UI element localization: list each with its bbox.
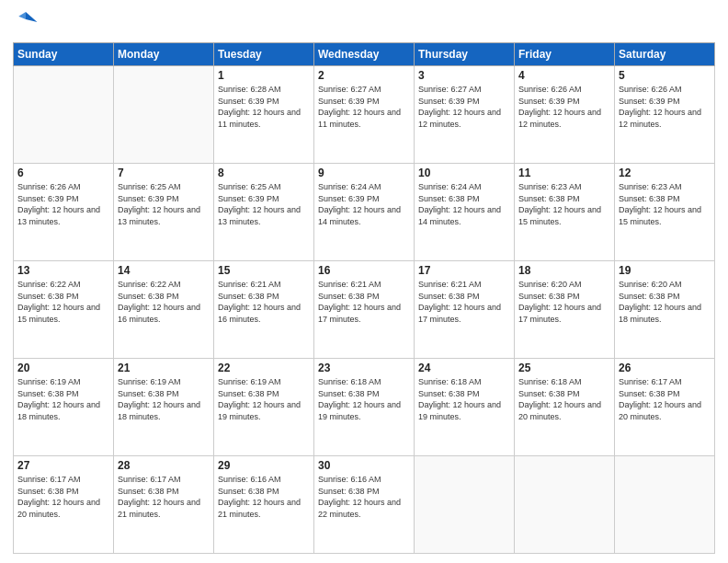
dow-header: Friday [515, 43, 615, 66]
page: SundayMondayTuesdayWednesdayThursdayFrid… [0, 0, 728, 563]
logo-icon [13, 9, 39, 35]
calendar-week-row: 20Sunrise: 6:19 AM Sunset: 6:38 PM Dayli… [14, 359, 715, 456]
day-info: Sunrise: 6:21 AM Sunset: 6:38 PM Dayligh… [318, 279, 410, 325]
calendar-cell: 25Sunrise: 6:18 AM Sunset: 6:38 PM Dayli… [515, 359, 615, 456]
calendar-cell: 28Sunrise: 6:17 AM Sunset: 6:38 PM Dayli… [114, 456, 214, 554]
day-number: 7 [118, 167, 210, 179]
day-number: 6 [17, 167, 109, 179]
day-number: 12 [619, 167, 711, 179]
svg-marker-1 [18, 12, 26, 19]
header [13, 9, 715, 35]
calendar-cell: 30Sunrise: 6:16 AM Sunset: 6:38 PM Dayli… [314, 456, 415, 554]
day-info: Sunrise: 6:22 AM Sunset: 6:38 PM Dayligh… [17, 279, 109, 325]
day-number: 29 [218, 459, 310, 472]
calendar-cell: 19Sunrise: 6:20 AM Sunset: 6:38 PM Dayli… [615, 261, 715, 359]
calendar-cell: 17Sunrise: 6:21 AM Sunset: 6:38 PM Dayli… [415, 261, 515, 359]
day-info: Sunrise: 6:25 AM Sunset: 6:39 PM Dayligh… [118, 181, 210, 227]
calendar-cell: 4Sunrise: 6:26 AM Sunset: 6:39 PM Daylig… [515, 66, 615, 164]
calendar-body: 1Sunrise: 6:28 AM Sunset: 6:39 PM Daylig… [14, 66, 715, 554]
calendar-cell: 7Sunrise: 6:25 AM Sunset: 6:39 PM Daylig… [114, 164, 214, 261]
day-info: Sunrise: 6:18 AM Sunset: 6:38 PM Dayligh… [318, 376, 410, 422]
day-number: 9 [318, 167, 410, 179]
calendar-cell: 16Sunrise: 6:21 AM Sunset: 6:38 PM Dayli… [314, 261, 415, 359]
day-number: 23 [318, 362, 410, 374]
calendar-week-row: 1Sunrise: 6:28 AM Sunset: 6:39 PM Daylig… [14, 66, 715, 164]
day-number: 4 [518, 69, 610, 82]
days-of-week-row: SundayMondayTuesdayWednesdayThursdayFrid… [14, 43, 715, 66]
calendar-cell [114, 66, 214, 164]
day-info: Sunrise: 6:17 AM Sunset: 6:38 PM Dayligh… [619, 376, 711, 422]
day-number: 19 [619, 264, 711, 277]
calendar-cell [14, 66, 114, 164]
day-info: Sunrise: 6:19 AM Sunset: 6:38 PM Dayligh… [17, 376, 109, 422]
calendar-cell: 2Sunrise: 6:27 AM Sunset: 6:39 PM Daylig… [314, 66, 415, 164]
day-number: 24 [418, 362, 510, 374]
calendar-week-row: 13Sunrise: 6:22 AM Sunset: 6:38 PM Dayli… [14, 261, 715, 359]
calendar-cell: 12Sunrise: 6:23 AM Sunset: 6:38 PM Dayli… [615, 164, 715, 261]
dow-header: Thursday [415, 43, 515, 66]
day-number: 20 [17, 362, 109, 374]
day-info: Sunrise: 6:18 AM Sunset: 6:38 PM Dayligh… [418, 376, 510, 422]
day-number: 16 [318, 264, 410, 277]
calendar-cell: 24Sunrise: 6:18 AM Sunset: 6:38 PM Dayli… [415, 359, 515, 456]
calendar-week-row: 6Sunrise: 6:26 AM Sunset: 6:39 PM Daylig… [14, 164, 715, 261]
day-number: 15 [218, 264, 310, 277]
svg-marker-0 [26, 12, 37, 22]
dow-header: Tuesday [214, 43, 314, 66]
calendar-cell: 13Sunrise: 6:22 AM Sunset: 6:38 PM Dayli… [14, 261, 114, 359]
calendar-cell: 23Sunrise: 6:18 AM Sunset: 6:38 PM Dayli… [314, 359, 415, 456]
calendar-cell: 1Sunrise: 6:28 AM Sunset: 6:39 PM Daylig… [214, 66, 314, 164]
day-number: 30 [318, 459, 410, 472]
calendar-cell [615, 456, 715, 554]
day-info: Sunrise: 6:21 AM Sunset: 6:38 PM Dayligh… [218, 279, 310, 325]
day-number: 8 [218, 167, 310, 179]
day-info: Sunrise: 6:23 AM Sunset: 6:38 PM Dayligh… [518, 181, 610, 227]
calendar-cell: 14Sunrise: 6:22 AM Sunset: 6:38 PM Dayli… [114, 261, 214, 359]
day-info: Sunrise: 6:20 AM Sunset: 6:38 PM Dayligh… [518, 279, 610, 325]
calendar-cell: 21Sunrise: 6:19 AM Sunset: 6:38 PM Dayli… [114, 359, 214, 456]
calendar-table: SundayMondayTuesdayWednesdayThursdayFrid… [13, 42, 715, 554]
calendar-cell: 10Sunrise: 6:24 AM Sunset: 6:38 PM Dayli… [415, 164, 515, 261]
day-info: Sunrise: 6:22 AM Sunset: 6:38 PM Dayligh… [118, 279, 210, 325]
day-info: Sunrise: 6:24 AM Sunset: 6:39 PM Dayligh… [318, 181, 410, 227]
calendar-cell: 20Sunrise: 6:19 AM Sunset: 6:38 PM Dayli… [14, 359, 114, 456]
calendar-cell [515, 456, 615, 554]
day-number: 13 [17, 264, 109, 277]
day-info: Sunrise: 6:17 AM Sunset: 6:38 PM Dayligh… [118, 474, 210, 520]
calendar-cell: 8Sunrise: 6:25 AM Sunset: 6:39 PM Daylig… [214, 164, 314, 261]
day-info: Sunrise: 6:23 AM Sunset: 6:38 PM Dayligh… [619, 181, 711, 227]
dow-header: Saturday [615, 43, 715, 66]
calendar-cell: 11Sunrise: 6:23 AM Sunset: 6:38 PM Dayli… [515, 164, 615, 261]
day-number: 14 [118, 264, 210, 277]
day-info: Sunrise: 6:19 AM Sunset: 6:38 PM Dayligh… [218, 376, 310, 422]
day-info: Sunrise: 6:27 AM Sunset: 6:39 PM Dayligh… [418, 84, 510, 130]
day-number: 18 [518, 264, 610, 277]
day-info: Sunrise: 6:25 AM Sunset: 6:39 PM Dayligh… [218, 181, 310, 227]
day-info: Sunrise: 6:19 AM Sunset: 6:38 PM Dayligh… [118, 376, 210, 422]
day-info: Sunrise: 6:16 AM Sunset: 6:38 PM Dayligh… [318, 474, 410, 520]
day-number: 11 [518, 167, 610, 179]
day-info: Sunrise: 6:16 AM Sunset: 6:38 PM Dayligh… [218, 474, 310, 520]
calendar-cell: 15Sunrise: 6:21 AM Sunset: 6:38 PM Dayli… [214, 261, 314, 359]
logo [13, 9, 42, 35]
day-number: 27 [17, 459, 109, 472]
day-info: Sunrise: 6:28 AM Sunset: 6:39 PM Dayligh… [218, 84, 310, 130]
calendar-cell [415, 456, 515, 554]
calendar-cell: 26Sunrise: 6:17 AM Sunset: 6:38 PM Dayli… [615, 359, 715, 456]
day-number: 2 [318, 69, 410, 82]
dow-header: Monday [114, 43, 214, 66]
day-number: 17 [418, 264, 510, 277]
dow-header: Sunday [14, 43, 114, 66]
day-info: Sunrise: 6:24 AM Sunset: 6:38 PM Dayligh… [418, 181, 510, 227]
day-number: 21 [118, 362, 210, 374]
calendar-cell: 27Sunrise: 6:17 AM Sunset: 6:38 PM Dayli… [14, 456, 114, 554]
calendar-cell: 22Sunrise: 6:19 AM Sunset: 6:38 PM Dayli… [214, 359, 314, 456]
day-info: Sunrise: 6:26 AM Sunset: 6:39 PM Dayligh… [619, 84, 711, 130]
day-info: Sunrise: 6:20 AM Sunset: 6:38 PM Dayligh… [619, 279, 711, 325]
day-number: 26 [619, 362, 711, 374]
day-number: 5 [619, 69, 711, 82]
day-info: Sunrise: 6:27 AM Sunset: 6:39 PM Dayligh… [318, 84, 410, 130]
calendar-cell: 6Sunrise: 6:26 AM Sunset: 6:39 PM Daylig… [14, 164, 114, 261]
day-number: 1 [218, 69, 310, 82]
day-info: Sunrise: 6:17 AM Sunset: 6:38 PM Dayligh… [17, 474, 109, 520]
